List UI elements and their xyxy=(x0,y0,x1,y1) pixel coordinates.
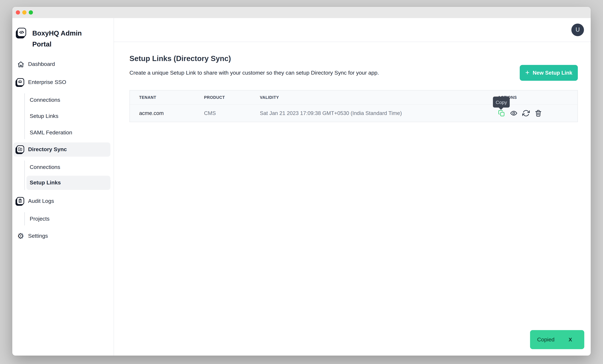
table-header-row: TENANT PRODUCT VALIDITY ACTIONS xyxy=(130,90,578,105)
column-header-tenant: TENANT xyxy=(139,95,204,100)
clipboard-icon xyxy=(17,197,24,205)
sidebar-subgroup-enterprise-sso: Connections Setup Links SAML Federation xyxy=(24,93,110,139)
window-minimize-button[interactable] xyxy=(22,10,26,14)
boxyhq-logo-icon xyxy=(17,28,27,38)
app-body: BoxyHQ Admin Portal Dashboard xyxy=(12,18,591,356)
eye-icon[interactable] xyxy=(510,109,517,117)
sidebar-menu: Dashboard Enterprise SSO xyxy=(13,57,110,243)
home-icon xyxy=(17,60,24,68)
topbar: U xyxy=(114,18,591,42)
app-window: BoxyHQ Admin Portal Dashboard xyxy=(12,7,591,356)
gear-icon: ⚙︎ xyxy=(17,232,24,240)
sidebar-item-sso-connections[interactable]: Connections xyxy=(26,93,110,106)
table-row: acme.com CMS Sat Jan 21 2023 17:09:38 GM… xyxy=(130,105,578,122)
sidebar-subgroup-audit-logs: Projects xyxy=(24,212,110,225)
column-header-product: PRODUCT xyxy=(204,95,260,100)
folder-sync-icon xyxy=(17,146,24,153)
plus-icon: + xyxy=(525,69,530,76)
regenerate-icon[interactable] xyxy=(522,109,530,117)
sidebar-item-label: Enterprise SSO xyxy=(28,79,66,86)
setup-links-table: Copy TENANT PRODUCT VALIDITY ACTIONS acm… xyxy=(129,90,578,122)
sidebar-item-settings[interactable]: ⚙︎ Settings xyxy=(13,229,110,243)
sidebar-item-projects[interactable]: Projects xyxy=(26,212,110,225)
copy-icon[interactable] xyxy=(498,109,505,117)
trash-icon[interactable] xyxy=(534,109,542,117)
sidebar-item-audit-logs[interactable]: Audit Logs xyxy=(13,194,110,208)
user-avatar[interactable]: U xyxy=(571,23,584,36)
copy-tooltip: Copy xyxy=(493,97,510,107)
description-row: Create a unique Setup Link to share with… xyxy=(129,65,578,81)
cell-validity: Sat Jan 21 2023 17:09:38 GMT+0530 (India… xyxy=(260,110,498,116)
window-titlebar xyxy=(12,7,591,18)
sidebar-item-label: Settings xyxy=(28,233,48,239)
window-zoom-button[interactable] xyxy=(29,10,33,14)
main-area: U Setup Links (Directory Sync) Create a … xyxy=(114,18,591,356)
sidebar-item-saml-federation[interactable]: SAML Federation xyxy=(26,126,110,139)
new-setup-link-label: New Setup Link xyxy=(533,70,572,76)
cell-product: CMS xyxy=(204,110,260,116)
column-header-validity: VALIDITY xyxy=(260,95,498,100)
sidebar-subgroup-directory-sync: Connections Setup Links xyxy=(24,161,110,190)
sidebar-item-enterprise-sso[interactable]: Enterprise SSO xyxy=(13,75,110,89)
sidebar-item-dsync-connections[interactable]: Connections xyxy=(26,161,110,174)
column-header-actions: ACTIONS xyxy=(498,95,578,100)
toast-close-button[interactable]: X xyxy=(569,337,572,342)
sidebar-item-dashboard[interactable]: Dashboard xyxy=(13,57,110,71)
app-logo[interactable]: BoxyHQ Admin Portal xyxy=(17,28,87,50)
copied-toast: Copied X xyxy=(530,330,584,349)
sidebar-item-label: Audit Logs xyxy=(28,198,54,204)
sidebar-item-label: Dashboard xyxy=(28,61,55,68)
page-title: Setup Links (Directory Sync) xyxy=(129,54,578,63)
desktop: BoxyHQ Admin Portal Dashboard xyxy=(0,0,603,364)
cloud-key-icon xyxy=(17,79,24,86)
toast-message: Copied xyxy=(537,336,555,343)
cell-tenant: acme.com xyxy=(139,110,204,116)
sidebar-item-dsync-setup-links[interactable]: Setup Links xyxy=(26,176,110,190)
new-setup-link-button[interactable]: + New Setup Link xyxy=(520,65,578,81)
sidebar: BoxyHQ Admin Portal Dashboard xyxy=(12,18,114,356)
page-description: Create a unique Setup Link to share with… xyxy=(129,70,379,76)
sidebar-item-label: Directory Sync xyxy=(28,146,67,153)
sidebar-item-directory-sync[interactable]: Directory Sync xyxy=(13,142,110,157)
app-title: BoxyHQ Admin Portal xyxy=(32,28,87,50)
cell-actions xyxy=(498,109,578,117)
window-close-button[interactable] xyxy=(16,10,20,14)
page-content: Setup Links (Directory Sync) Create a un… xyxy=(114,42,591,122)
sidebar-item-sso-setup-links[interactable]: Setup Links xyxy=(26,109,110,123)
